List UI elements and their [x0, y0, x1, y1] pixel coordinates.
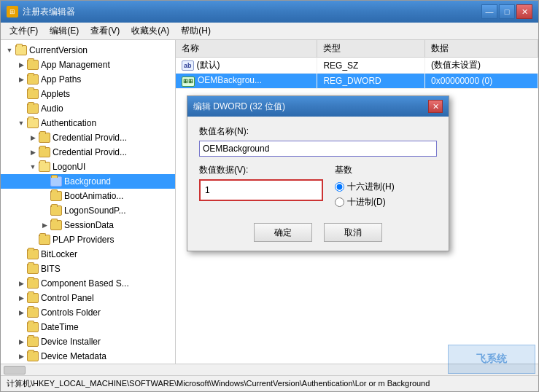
menu-help[interactable]: 帮助(H)	[175, 23, 217, 39]
expand-icon: ▶	[15, 350, 27, 362]
tree-item-background[interactable]: ▶ Background	[1, 174, 175, 189]
minimize-button[interactable]: —	[481, 4, 497, 19]
tree-label: PLAP Providers	[53, 235, 115, 245]
tree-label: Component Based S...	[41, 278, 129, 289]
expand-icon: ▼	[27, 161, 39, 173]
edit-dword-dialog[interactable]: 编辑 DWORD (32 位值) ✕ 数值名称(N): 数值数据(V):	[187, 95, 449, 251]
tree-label: App Paths	[41, 74, 81, 85]
cell-name: ⊞⊞OEMBackgrou...	[176, 74, 317, 89]
cell-type: REG_SZ	[317, 58, 425, 74]
tree-item-bootanimation[interactable]: ▶ BootAnimatio...	[1, 189, 175, 203]
tree-item-deviceinstaller[interactable]: ▶ Device Installer	[1, 334, 175, 349]
expand-icon: ▶	[15, 59, 27, 71]
folder-icon	[27, 307, 39, 318]
folder-icon	[27, 103, 39, 114]
tree-item-logonui[interactable]: ▼ LogonUI	[1, 160, 175, 174]
hex-radio[interactable]	[335, 182, 344, 192]
decimal-radio[interactable]	[335, 197, 344, 207]
tree-item-apppaths[interactable]: ▶ App Paths	[1, 72, 175, 87]
name-input[interactable]	[199, 141, 437, 157]
registry-tree[interactable]: ▼ CurrentVersion ▶ App Management ▶ App …	[1, 40, 176, 364]
dialog-title-bar: 编辑 DWORD (32 位值) ✕	[187, 96, 449, 117]
name-label: 数值名称(N):	[199, 125, 437, 138]
tree-item-controlpanel[interactable]: ▶ Control Panel	[1, 291, 175, 305]
folder-icon	[27, 264, 39, 274]
table-row[interactable]: ab(默认) REG_SZ (数值未设置)	[176, 58, 538, 74]
folder-icon	[50, 220, 62, 230]
tree-item-authentication[interactable]: ▼ Authentication	[1, 116, 175, 130]
cell-data: (数值未设置)	[425, 58, 538, 74]
folder-icon	[50, 191, 62, 201]
folder-icon	[27, 337, 39, 347]
folder-icon	[27, 60, 39, 70]
tree-item-devicemetadata[interactable]: ▶ Device Metadata	[1, 349, 175, 364]
col-name: 名称	[176, 40, 317, 58]
tree-item-bitlocker[interactable]: ▶ BitLocker	[1, 247, 175, 262]
base-label: 基数	[335, 164, 437, 176]
tree-label: App Management	[41, 60, 110, 70]
folder-icon	[15, 45, 27, 55]
tree-label: Device Metadata	[41, 351, 106, 361]
value-input-wrapper	[199, 179, 323, 201]
tree-item-datetime[interactable]: ▶ DateTime	[1, 320, 175, 334]
value-label: 数值数据(V):	[199, 164, 323, 176]
tree-label: Applets	[41, 89, 70, 99]
tree-label: Background	[64, 176, 111, 187]
folder-icon	[27, 293, 39, 303]
cell-name: ab(默认)	[176, 58, 317, 74]
decimal-label: 十进制(D)	[347, 196, 386, 208]
folder-icon	[39, 235, 50, 245]
tree-label: Controls Folder	[41, 307, 101, 318]
tree-label: LogonSoundP...	[64, 205, 126, 216]
tree-item-appmanagement[interactable]: ▶ App Management	[1, 58, 175, 72]
folder-icon	[27, 351, 39, 361]
ok-button[interactable]: 确定	[254, 223, 312, 242]
expand-icon: ▼	[15, 117, 27, 129]
menu-bar: 文件(F) 编辑(E) 查看(V) 收藏夹(A) 帮助(H)	[1, 23, 538, 40]
base-group: 基数 十六进制(H) 十进制(D)	[335, 164, 437, 211]
folder-icon	[39, 133, 50, 143]
table-row[interactable]: ⊞⊞OEMBackgrou... REG_DWORD 0x00000000 (0…	[176, 74, 538, 89]
expand-icon: ▶	[27, 132, 39, 144]
tree-item-applets[interactable]: ▶ Applets	[1, 87, 175, 101]
ab-icon: ab	[182, 60, 194, 71]
menu-edit[interactable]: 编辑(E)	[44, 23, 85, 39]
dialog-buttons: 确定 取消	[199, 223, 437, 242]
tree-label: Control Panel	[41, 293, 94, 303]
tree-item-controlsfolder[interactable]: ▶ Controls Folder	[1, 305, 175, 320]
value-input[interactable]	[202, 182, 320, 198]
folder-icon	[50, 176, 62, 187]
tree-label: DateTime	[41, 322, 79, 332]
menu-view[interactable]: 查看(V)	[85, 23, 125, 39]
close-button[interactable]: ✕	[516, 4, 532, 19]
tree-item-componentbased[interactable]: ▶ Component Based S...	[1, 276, 175, 291]
expand-icon: ▶	[15, 336, 27, 348]
tree-item-currentversion[interactable]: ▼ CurrentVersion	[1, 43, 175, 58]
folder-icon	[27, 278, 39, 289]
tree-label: BITS	[41, 264, 61, 274]
expand-icon: ▼	[4, 44, 15, 56]
title-bar: ⊞ 注册表编辑器 — □ ✕	[1, 1, 538, 23]
expand-icon: ▶	[39, 219, 50, 231]
folder-icon	[27, 249, 39, 259]
tree-item-credprov2[interactable]: ▶ Credential Provid...	[1, 145, 175, 160]
menu-file[interactable]: 文件(F)	[4, 23, 44, 39]
tree-item-credprov1[interactable]: ▶ Credential Provid...	[1, 130, 175, 145]
status-bar: 计算机\HKEY_LOCAL_MACHINE\SOFTWARE\Microsof…	[1, 375, 538, 391]
tree-label: Device Installer	[41, 337, 101, 347]
cancel-button[interactable]: 取消	[324, 223, 382, 242]
tree-item-plapproviders[interactable]: ▶ PLAP Providers	[1, 232, 175, 247]
tree-item-audio[interactable]: ▶ Audio	[1, 101, 175, 116]
dialog-close-button[interactable]: ✕	[428, 100, 443, 113]
maximize-button[interactable]: □	[499, 4, 515, 19]
tree-item-logonsoundp[interactable]: ▶ LogonSoundP...	[1, 203, 175, 218]
horizontal-scrollbar[interactable]	[1, 364, 538, 375]
window-title: 注册表编辑器	[23, 6, 75, 18]
decimal-radio-row: 十进制(D)	[335, 196, 437, 208]
tree-item-bits[interactable]: ▶ BITS	[1, 262, 175, 276]
tree-label: Audio	[41, 103, 63, 114]
dword-icon: ⊞⊞	[182, 77, 195, 87]
menu-favorites[interactable]: 收藏夹(A)	[125, 23, 175, 39]
tree-item-sessiondata[interactable]: ▶ SessionData	[1, 218, 175, 232]
cell-data: 0x00000000 (0)	[425, 74, 538, 89]
